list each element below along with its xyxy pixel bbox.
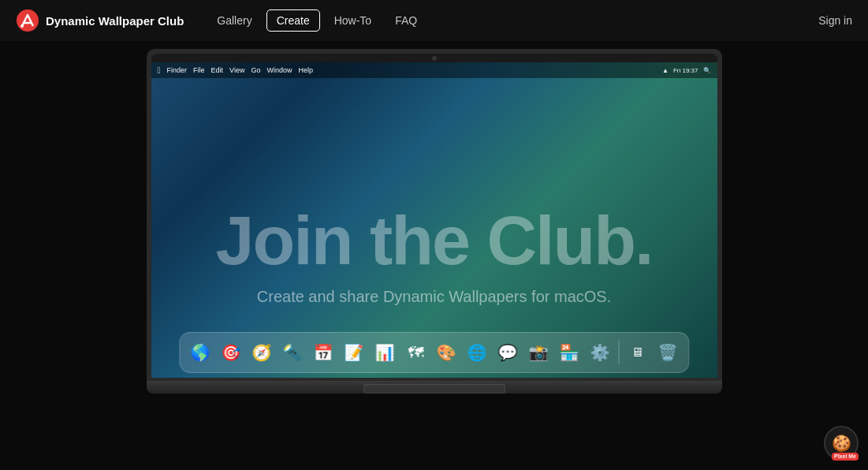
- dock-icon-notes: 📝: [340, 338, 368, 367]
- dock-icon-launchpad: 🎯: [217, 338, 245, 367]
- menubar-time: Fri 19:37: [673, 67, 698, 74]
- macbook-camera: [432, 56, 437, 61]
- menubar-left:  Finder File Edit View Go Window Help: [158, 65, 313, 75]
- menubar-edit: Edit: [211, 66, 224, 74]
- dock-icon-calendar: 📅: [309, 338, 337, 367]
- svg-point-1: [20, 24, 24, 28]
- menubar-window: Window: [266, 66, 292, 74]
- dock-icon-numbers: 📊: [371, 338, 399, 367]
- nav-link-create[interactable]: Create: [266, 9, 320, 32]
- dock-icon-maps: 🗺: [401, 338, 430, 367]
- nav-link-faq[interactable]: FAQ: [386, 10, 427, 31]
- brand-icon: [16, 9, 39, 32]
- menubar-go: Go: [251, 66, 260, 74]
- menubar-help: Help: [298, 66, 313, 74]
- macos-dock: 🌎 🎯 🧭 🔦 📅 📝 📊 🗺 🎨 🌐 💬 📸 🏪 ⚙️ 🖥: [179, 332, 689, 373]
- macbook-trackpad: [363, 384, 505, 394]
- apple-logo-icon: : [158, 65, 161, 75]
- nav-link-gallery[interactable]: Gallery: [207, 10, 261, 31]
- cookie-badge[interactable]: 🍪 Pixel Me: [824, 426, 859, 461]
- cookie-icon: 🍪: [832, 434, 851, 453]
- menubar-right: ▲ Fri 19:37 🔍: [662, 67, 711, 74]
- dock-icon-finder: 🌎: [186, 338, 214, 367]
- nav-logo[interactable]: Dynamic Wallpaper Club: [16, 9, 184, 32]
- badge-label: Pixel Me: [832, 453, 859, 461]
- dock-separator: [618, 341, 619, 364]
- dock-icon-trash: 🗑️: [654, 338, 682, 367]
- dock-icon-globe: 🌐: [463, 338, 491, 367]
- menubar-wifi-icon: ▲: [662, 67, 669, 74]
- dock-icon-prefs: ⚙️: [586, 338, 614, 367]
- nav-links: Gallery Create How-To FAQ: [207, 9, 818, 32]
- dock-icon-desktop: 🖥: [623, 338, 651, 367]
- dock-icon-messages: 💬: [494, 338, 522, 367]
- navbar: Dynamic Wallpaper Club Gallery Create Ho…: [0, 0, 868, 41]
- macbook-base: [147, 381, 722, 394]
- macbook-illustration:  Finder File Edit View Go Window Help ▲…: [147, 49, 722, 394]
- macos-menubar:  Finder File Edit View Go Window Help ▲…: [151, 62, 717, 78]
- dock-icon-appstore: 🏪: [555, 338, 583, 367]
- dock-icon-facetime: 📸: [524, 338, 553, 367]
- signin-button[interactable]: Sign in: [818, 14, 852, 27]
- dock-icon-photos: 🎨: [432, 338, 460, 367]
- dock-icon-spotlight: 🔦: [278, 338, 307, 367]
- menubar-search-icon: 🔍: [703, 67, 711, 74]
- menubar-file: File: [193, 66, 205, 74]
- svg-point-0: [17, 9, 39, 32]
- menubar-view: View: [229, 66, 244, 74]
- nav-link-howto[interactable]: How-To: [325, 10, 381, 31]
- dock-icon-safari: 🧭: [248, 338, 276, 367]
- wallpaper-background: [151, 62, 717, 378]
- brand-name: Dynamic Wallpaper Club: [46, 14, 184, 28]
- macbook-screen:  Finder File Edit View Go Window Help ▲…: [151, 62, 717, 378]
- menubar-finder: Finder: [167, 66, 188, 74]
- hero-section:  Finder File Edit View Go Window Help ▲…: [0, 41, 868, 470]
